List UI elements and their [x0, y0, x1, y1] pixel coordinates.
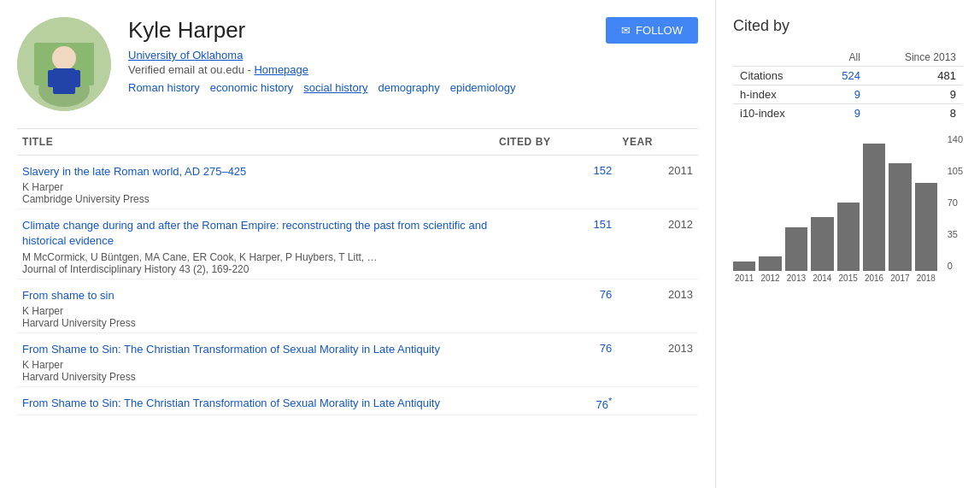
paper-title-link[interactable]: From shame to sin — [22, 288, 489, 303]
x-label: 2013 — [785, 273, 807, 283]
profile-tag[interactable]: Roman history — [128, 81, 200, 94]
paper-authors: K Harper — [22, 359, 489, 371]
avatar — [17, 17, 111, 111]
paper-journal: Journal of Interdisciplinary History 43 … — [22, 263, 489, 275]
follow-button[interactable]: ✉ FOLLOW — [606, 17, 698, 44]
sidebar: Cited by All Since 2013 Citations524481h… — [715, 0, 980, 488]
bar — [811, 217, 833, 271]
profile-tag[interactable]: demography — [379, 81, 440, 94]
paper-authors: M McCormick, U Büntgen, MA Cane, ER Cook… — [22, 251, 489, 263]
profile-name: Kyle Harper — [128, 17, 245, 44]
paper-title-link[interactable]: Slavery in the late Roman world, AD 275–… — [22, 164, 489, 179]
year-value: 2013 — [617, 332, 698, 386]
stat-since: 9 — [867, 85, 963, 104]
stat-all: 9 — [819, 104, 867, 123]
svg-rect-5 — [48, 70, 56, 87]
y-label: 0 — [948, 261, 963, 271]
stat-all: 524 — [819, 67, 867, 85]
bar — [785, 227, 807, 271]
institution-link[interactable]: University of Oklahoma — [128, 49, 698, 62]
y-label: 105 — [948, 166, 963, 176]
svg-point-3 — [52, 46, 76, 70]
stats-row: h-index99 — [733, 85, 963, 104]
bar-col — [863, 144, 885, 271]
bar-col — [733, 262, 755, 271]
stat-since: 8 — [867, 104, 963, 123]
col-header-year: YEAR — [617, 129, 698, 156]
stats-row: i10-index98 — [733, 104, 963, 123]
bar — [837, 203, 860, 271]
paper-authors: K Harper — [22, 181, 489, 193]
col-header-cited: CITED BY — [494, 129, 617, 156]
table-row: Climate change during and after the Roma… — [17, 209, 698, 279]
paper-journal: Harvard University Press — [22, 371, 489, 383]
table-row: From shame to sinK HarperHarvard Univers… — [17, 279, 698, 332]
x-label: 2011 — [733, 273, 755, 283]
stat-since: 481 — [867, 67, 963, 85]
stats-row: Citations524481 — [733, 67, 963, 85]
x-label: 2012 — [759, 273, 781, 283]
year-value: 2012 — [617, 209, 698, 279]
paper-title-link[interactable]: From Shame to Sin: The Christian Transfo… — [22, 342, 489, 357]
bar — [759, 256, 781, 271]
profile-tag[interactable]: economic history — [210, 81, 294, 94]
y-label: 70 — [948, 197, 963, 208]
bar — [889, 163, 911, 271]
profile-tags: Roman historyeconomic historysocial hist… — [128, 81, 698, 94]
paper-journal: Harvard University Press — [22, 317, 489, 329]
bar-col — [837, 203, 860, 271]
cited-by-value: 76 — [494, 279, 617, 332]
cited-by-value: 152 — [494, 156, 617, 209]
bar — [915, 183, 937, 271]
bar-col — [759, 256, 781, 271]
stat-label: h-index — [733, 85, 819, 104]
year-value: 2013 — [617, 279, 698, 332]
cited-by-title: Cited by — [733, 17, 963, 35]
profile-tag[interactable]: social history — [303, 81, 367, 94]
cited-by-value: 76 — [494, 332, 617, 386]
paper-title-link[interactable]: Climate change during and after the Roma… — [22, 218, 489, 249]
svg-rect-6 — [72, 70, 80, 87]
col-all-header: All — [819, 49, 867, 67]
paper-title-link[interactable]: From Shame to Sin: The Christian Transfo… — [22, 396, 489, 411]
bar-col — [889, 163, 911, 271]
y-label: 140 — [948, 134, 963, 144]
table-row: From Shame to Sin: The Christian Transfo… — [17, 332, 698, 386]
bar-col — [785, 227, 807, 271]
paper-authors: K Harper — [22, 305, 489, 317]
cited-by-value: 151 — [494, 209, 617, 279]
bar — [733, 262, 755, 271]
x-label: 2015 — [837, 273, 860, 283]
x-label: 2017 — [889, 273, 911, 283]
citations-chart: 20112012201320142015201620172018 1401057… — [733, 134, 963, 283]
stat-label: Citations — [733, 67, 819, 85]
cited-by-value: 76* — [494, 386, 617, 415]
bar-col — [811, 217, 833, 271]
bar — [863, 144, 885, 271]
cited-by-stats-table: All Since 2013 Citations524481h-index99i… — [733, 49, 963, 122]
year-value: 2011 — [617, 156, 698, 209]
y-label: 35 — [948, 229, 963, 239]
stat-label: i10-index — [733, 104, 819, 123]
email-icon: ✉ — [621, 24, 631, 37]
stat-all: 9 — [819, 85, 867, 104]
papers-table: TITLE CITED BY YEAR Slavery in the late … — [17, 128, 698, 415]
paper-journal: Cambridge University Press — [22, 193, 489, 205]
table-row: Slavery in the late Roman world, AD 275–… — [17, 156, 698, 209]
col-header-title: TITLE — [17, 129, 494, 156]
homepage-link[interactable]: Homepage — [254, 63, 308, 76]
bar-col — [915, 183, 937, 271]
year-value — [617, 386, 698, 415]
x-label: 2016 — [863, 273, 885, 283]
col-since-header: Since 2013 — [867, 49, 963, 67]
x-label: 2014 — [811, 273, 833, 283]
profile-email: Verified email at ou.edu - Homepage — [128, 63, 698, 76]
table-row: From Shame to Sin: The Christian Transfo… — [17, 386, 698, 415]
x-label: 2018 — [915, 273, 937, 283]
profile-tag[interactable]: epidemiology — [450, 81, 516, 94]
